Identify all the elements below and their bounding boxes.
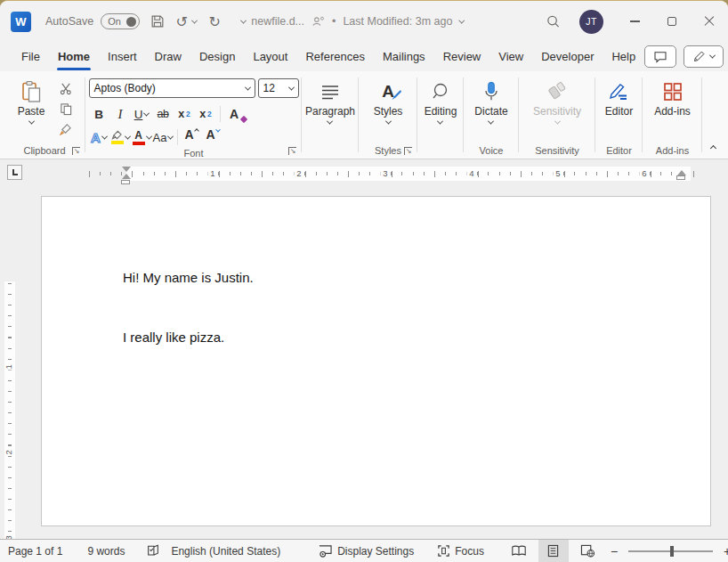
underline-label: U [134, 108, 143, 121]
minimize-button[interactable] [616, 1, 653, 42]
display-settings-icon [318, 544, 333, 558]
language-indicator[interactable]: English (United States) [171, 545, 280, 558]
zoom-in-button[interactable]: + [724, 544, 728, 558]
focus-button[interactable]: Focus [437, 544, 484, 558]
superscript-button[interactable]: x2 [196, 104, 216, 124]
sensitivity-group-label: Sensitivity [535, 145, 579, 156]
font-color-button[interactable]: A [132, 127, 152, 147]
tab-developer[interactable]: Developer [532, 45, 603, 68]
italic-button[interactable]: I [110, 104, 131, 124]
magnifier-icon [431, 80, 450, 103]
zoom-slider[interactable] [628, 550, 713, 552]
tab-row-actions [644, 45, 728, 68]
cut-button[interactable] [55, 79, 77, 97]
underline-button[interactable]: U [132, 104, 152, 124]
word-logo-icon[interactable]: W [11, 12, 31, 32]
read-mode-button[interactable] [504, 540, 534, 562]
save-button[interactable] [147, 10, 168, 33]
clear-formatting-button[interactable]: A [224, 104, 245, 124]
ruler-number: 3 [380, 169, 390, 178]
change-case-button[interactable]: Aa [153, 127, 174, 147]
editor-label: Editor [605, 106, 633, 118]
clipboard-dialog-launcher[interactable]: ↘ [72, 147, 80, 155]
tab-layout[interactable]: Layout [244, 45, 296, 68]
editing-button[interactable]: Editing [425, 74, 457, 142]
editor-button[interactable]: Editor [605, 74, 633, 142]
web-layout-button[interactable] [573, 540, 603, 562]
font-size-chevron-icon [287, 84, 294, 90]
tab-references[interactable]: References [296, 45, 373, 68]
print-layout-button[interactable] [538, 540, 569, 562]
ribbon: Paste [0, 71, 728, 159]
paragraph[interactable]: I really like pizza. [123, 330, 224, 345]
copy-button[interactable] [55, 100, 77, 118]
search-button[interactable] [542, 10, 563, 33]
editing-group: Editing [417, 71, 464, 159]
undo-button[interactable]: ↺ [175, 10, 197, 33]
maximize-button[interactable] [653, 1, 691, 42]
document-area: 1 2 3 Hi! My name is Justin. I really li… [0, 189, 728, 539]
close-icon [704, 16, 715, 27]
collapse-ribbon-button[interactable] [710, 145, 716, 151]
left-indent-marker[interactable] [121, 180, 130, 184]
document-title-group[interactable]: newfile.d... • Last Modified: 3m ago [251, 1, 464, 42]
addins-button[interactable]: Add-ins [654, 74, 691, 142]
display-settings-button[interactable]: Display Settings [318, 544, 414, 558]
page-indicator[interactable]: Page 1 of 1 [8, 545, 62, 558]
shrink-font-button[interactable]: A [203, 127, 223, 147]
eraser-icon [239, 116, 247, 123]
text-effects-button[interactable]: A [89, 127, 109, 147]
dictate-button[interactable]: Dictate [474, 74, 507, 142]
horizontal-ruler[interactable]: 1 2 3 4 5 6 [89, 167, 703, 181]
close-button[interactable] [691, 1, 728, 42]
paste-button[interactable]: Paste [11, 74, 52, 142]
styles-dialog-launcher[interactable]: ↘ [404, 147, 412, 155]
hanging-indent-marker[interactable] [122, 174, 131, 179]
strikethrough-button[interactable]: ab [153, 104, 174, 124]
word-count[interactable]: 9 words [87, 545, 125, 558]
proofing-status-button[interactable] [146, 544, 160, 558]
right-indent-marker-base[interactable] [676, 175, 685, 180]
comment-icon [653, 51, 667, 63]
dictate-label: Dictate [474, 106, 507, 118]
ruler-half-inch-ticks [89, 171, 703, 177]
zoom-slider-thumb[interactable] [670, 546, 674, 557]
first-line-indent-marker[interactable] [122, 167, 131, 172]
font-name-select[interactable]: Aptos (Body) [89, 78, 255, 98]
voice-group: Dictate Voice [464, 71, 519, 159]
autosave-toggle[interactable]: On [101, 13, 140, 29]
ink-editor-button[interactable] [684, 45, 724, 68]
tab-stop-selector[interactable] [7, 165, 22, 180]
highlight-chevron-icon [124, 133, 130, 139]
tab-design[interactable]: Design [190, 45, 244, 68]
tab-review[interactable]: Review [434, 45, 490, 68]
tab-file[interactable]: File [12, 45, 49, 68]
tab-help[interactable]: Help [603, 45, 644, 68]
avatar[interactable]: JT [579, 10, 603, 34]
autosave-toggle-state: On [108, 16, 121, 27]
focus-label: Focus [455, 545, 484, 558]
font-size-select[interactable]: 12 [258, 78, 299, 98]
font-dialog-launcher[interactable]: ↘ [288, 147, 296, 155]
editing-chevron-icon [437, 118, 443, 125]
tab-home[interactable]: Home [49, 45, 99, 68]
bold-button[interactable]: B [89, 104, 109, 124]
styles-icon: A [382, 83, 394, 102]
vertical-ruler[interactable]: 1 2 3 [4, 189, 15, 539]
zoom-out-button[interactable]: − [611, 544, 618, 558]
subscript-button[interactable]: x2 [174, 104, 195, 124]
redo-button[interactable]: ↻ [204, 10, 225, 33]
format-painter-button[interactable] [55, 120, 77, 138]
styles-button[interactable]: A Styles [374, 74, 403, 142]
grow-font-button[interactable]: A [182, 127, 202, 147]
document-page[interactable]: Hi! My name is Justin. I really like piz… [41, 196, 711, 526]
tab-mailings[interactable]: Mailings [374, 45, 434, 68]
tab-view[interactable]: View [489, 45, 532, 68]
subscript-base: x [178, 108, 184, 120]
paragraph[interactable]: Hi! My name is Justin. [123, 270, 254, 285]
tab-insert[interactable]: Insert [99, 45, 146, 68]
comments-button[interactable] [644, 45, 676, 68]
highlight-button[interactable] [110, 127, 131, 147]
paragraph-button[interactable]: Paragraph [305, 74, 355, 142]
tab-draw[interactable]: Draw [146, 45, 190, 68]
